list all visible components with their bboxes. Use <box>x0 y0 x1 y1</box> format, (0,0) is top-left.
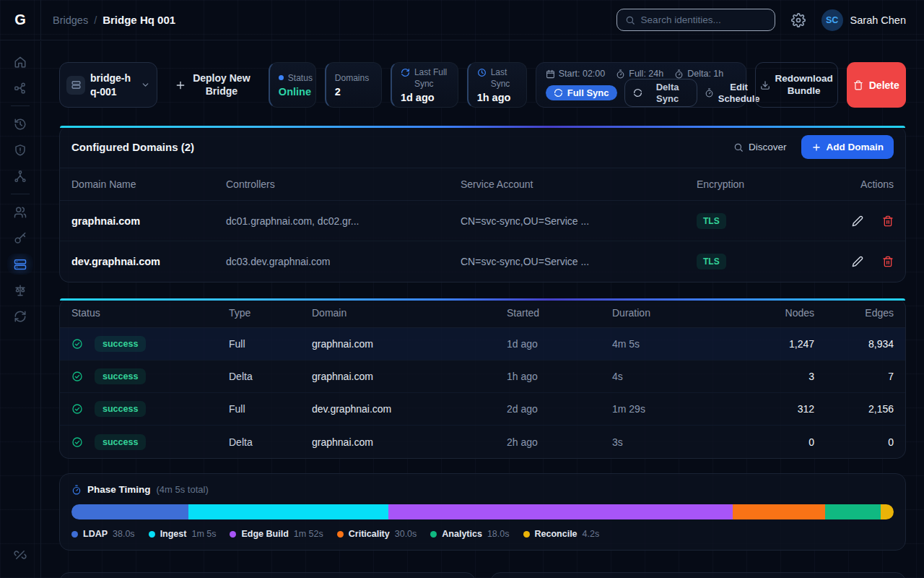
timer-icon <box>71 485 82 495</box>
phase-segment-ldap <box>71 504 188 519</box>
user-name: Sarah Chen <box>850 14 906 26</box>
phase-timing-total: (4m 5s total) <box>157 484 209 495</box>
delete-bridge-button[interactable]: Delete <box>847 62 906 108</box>
refresh-icon <box>14 310 27 323</box>
sidebar-item-disconnect[interactable] <box>7 544 33 565</box>
legend-item: Edge Build1m 52s <box>230 529 323 539</box>
check-circle-icon <box>71 436 83 448</box>
sidebar-item-bridges[interactable] <box>7 254 33 275</box>
legend-item: Analytics18.0s <box>430 529 509 539</box>
sidebar-item-governance[interactable] <box>7 280 33 301</box>
last-sync-value: 1h ago <box>477 92 518 103</box>
phase-timing-bar <box>71 504 894 519</box>
sync-row: success Delta graphnai.com 1h ago 4s 3 7 <box>60 361 905 393</box>
sidebar <box>0 41 41 578</box>
domain-controllers: dc01.graphnai.com, dc02.gr... <box>226 215 461 227</box>
phase-segment-analytics <box>825 504 881 519</box>
legend-dot <box>337 531 344 538</box>
download-icon <box>760 80 770 90</box>
deploy-new-bridge-button[interactable]: Deploy New Bridge <box>166 62 260 108</box>
domain-row: dev.graphnai.com dc03.dev.graphnai.com C… <box>60 241 905 282</box>
settings-button[interactable] <box>791 13 806 27</box>
legend-dot <box>149 531 155 538</box>
home-icon <box>14 56 27 69</box>
users-icon <box>14 206 27 219</box>
check-circle-icon <box>71 403 83 415</box>
search-icon <box>733 142 744 152</box>
encryption-badge: TLS <box>697 213 726 229</box>
domain-controllers: dc03.dev.graphnai.com <box>226 256 461 267</box>
app-logo[interactable]: G <box>0 0 41 40</box>
encryption-badge: TLS <box>697 254 726 269</box>
redownload-bundle-button[interactable]: Redownload Bundle <box>755 62 838 108</box>
edit-domain-button[interactable] <box>852 215 863 227</box>
sync-table-header: Status Type Domain Started Duration Node… <box>60 298 905 328</box>
edit-domain-button[interactable] <box>852 256 863 267</box>
shield-alert-icon <box>14 144 27 157</box>
refresh-icon <box>401 68 410 77</box>
status-badge: success <box>95 336 146 352</box>
full-sync-button[interactable]: Full Sync <box>546 85 617 101</box>
user-menu[interactable]: SC Sarah Chen <box>821 9 906 31</box>
unlink-icon <box>14 548 27 561</box>
legend-item: Ingest1m 5s <box>149 529 217 539</box>
refresh-icon <box>633 88 642 98</box>
server-icon <box>66 76 85 95</box>
breadcrumb: Bridges / Bridge Hq 001 <box>53 14 175 26</box>
chevron-down-icon <box>141 80 150 90</box>
legend-dot <box>523 531 530 538</box>
sidebar-item-sync[interactable] <box>7 306 33 327</box>
clock-icon <box>477 68 487 77</box>
plus-icon <box>811 142 821 152</box>
search-input[interactable] <box>641 14 769 25</box>
timer-icon <box>616 69 625 79</box>
configured-domains-panel: Configured Domains (2) Discover Add Doma… <box>59 126 906 282</box>
sync-schedule-card: Start: 02:00 Full: 24h Delta: 1h Full Sy… <box>536 62 746 108</box>
domain-service-account: CN=svc-sync,OU=Service ... <box>461 215 697 227</box>
edit-schedule-button[interactable]: Edit Schedule <box>705 82 760 104</box>
phase-timing-panel: Phase Timing (4m 5s total) LDAP38.0s Ing… <box>59 473 906 551</box>
key-icon <box>14 232 27 245</box>
scales-icon <box>14 284 27 297</box>
add-domain-button[interactable]: Add Domain <box>801 135 894 159</box>
bridge-selector[interactable]: bridge-hq-001 <box>59 62 157 108</box>
sidebar-item-paths[interactable] <box>7 165 33 186</box>
nodes-by-type-card: Nodes by Type <box>59 572 476 578</box>
phase-timing-title: Phase Timing <box>87 484 151 495</box>
timer-icon <box>705 88 714 98</box>
domain-name: dev.graphnai.com <box>71 256 226 267</box>
pencil-icon <box>852 256 863 267</box>
sidebar-divider <box>11 105 30 106</box>
sidebar-item-home[interactable] <box>7 51 33 72</box>
sync-history-panel: Status Type Domain Started Duration Node… <box>59 298 906 459</box>
schedule-start: Start: 02:00 <box>546 69 606 79</box>
bridge-selector-value: bridge-hq-001 <box>90 72 136 98</box>
breadcrumb-parent[interactable]: Bridges <box>53 14 88 26</box>
delete-domain-button[interactable] <box>882 215 894 227</box>
delta-sync-button[interactable]: Delta Sync <box>624 79 697 107</box>
sync-row: success Full graphnai.com 1d ago 4m 5s 1… <box>60 328 905 361</box>
search-box[interactable] <box>616 9 775 31</box>
network-icon <box>14 82 27 95</box>
schedule-delta: Delta: 1h <box>674 69 723 79</box>
calendar-icon <box>546 69 555 79</box>
delete-domain-button[interactable] <box>882 256 894 267</box>
sidebar-item-history[interactable] <box>7 113 33 134</box>
status-value: Online <box>279 86 307 98</box>
sidebar-item-users[interactable] <box>7 202 33 223</box>
domains-value: 2 <box>335 86 372 98</box>
sidebar-item-keys[interactable] <box>7 228 33 249</box>
fork-icon <box>14 170 27 183</box>
legend-item: LDAP38.0s <box>71 529 135 539</box>
main-content: bridge-hq-001 Deploy New Bridge Status O… <box>41 40 924 578</box>
status-badge: success <box>95 401 146 417</box>
phase-timing-legend: LDAP38.0s Ingest1m 5s Edge Build1m 52s C… <box>71 529 894 539</box>
last-full-sync-value: 1d ago <box>401 92 449 103</box>
discover-button[interactable]: Discover <box>733 142 787 152</box>
sidebar-item-graph[interactable] <box>7 77 33 98</box>
sync-row: success Delta graphnai.com 2h ago 3s 0 0 <box>60 426 905 458</box>
topbar: G Bridges / Bridge Hq 001 SC Sarah Chen <box>0 0 924 40</box>
sidebar-divider <box>11 194 30 194</box>
sidebar-item-security[interactable] <box>7 139 33 160</box>
last-sync-card: Last Sync 1h ago <box>467 62 527 108</box>
